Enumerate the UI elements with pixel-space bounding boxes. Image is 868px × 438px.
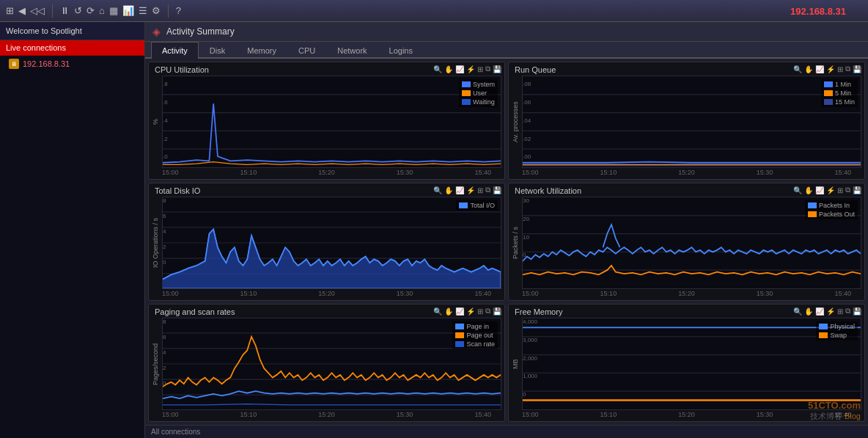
tab-logins[interactable]: Logins — [378, 42, 424, 59]
zoom-icon-rq[interactable]: 🔍 — [793, 65, 802, 73]
sidebar-section: Live connections — [0, 40, 144, 56]
chart-runqueue: Run Queue 🔍 ✋ 📈 ⚡ ⊞ ⧉ 💾 Av. processes 1 … — [508, 62, 865, 180]
legend-swap: Swap — [819, 332, 855, 339]
save-icon[interactable]: 💾 — [493, 65, 501, 73]
chart-memory-xaxis: 15:0015:1015:2015:3015:40 — [512, 410, 861, 418]
legend-5min: 5 Min — [824, 90, 855, 97]
grid-icon-mem[interactable]: ⊞ — [837, 307, 843, 315]
toolbar-icon-list[interactable]: ☰ — [139, 5, 147, 16]
chart-runqueue-xaxis: 15:0015:1015:2015:3015:40 — [512, 168, 861, 176]
legend-pageout: Page out — [455, 332, 495, 339]
statusbar-text: All connections — [151, 428, 200, 436]
line-icon-mem[interactable]: 📈 — [815, 307, 824, 315]
zoom-icon-mem[interactable]: 🔍 — [793, 307, 802, 315]
main-container: Welcome to Spotlight Live connections 🖥 … — [0, 22, 868, 438]
chart-cpu-xaxis: 15:0015:1015:2015:3015:40 — [152, 168, 501, 176]
zoom-icon-pg[interactable]: 🔍 — [433, 307, 442, 315]
filter-icon-pg[interactable]: ⚡ — [466, 307, 475, 315]
chart-paging: Paging and scan rates 🔍 ✋ 📈 ⚡ ⊞ ⧉ 💾 Page… — [148, 304, 505, 422]
tabs-bar: Activity Disk Memory CPU Network Logins — [145, 42, 868, 59]
chart-memory-toolbar: 🔍 ✋ 📈 ⚡ ⊞ ⧉ 💾 — [793, 307, 861, 315]
grid-icon[interactable]: ⊞ — [477, 65, 483, 73]
line-icon-pg[interactable]: 📈 — [455, 307, 464, 315]
chart-runqueue-body: Av. processes 1 Min 5 Min 15 Min — [512, 76, 861, 168]
line-icon-di[interactable]: 📈 — [455, 186, 464, 194]
tab-disk[interactable]: Disk — [199, 42, 236, 59]
zoom-icon-net[interactable]: 🔍 — [793, 186, 802, 194]
copy-icon-mem[interactable]: ⧉ — [845, 307, 850, 315]
grid-icon-pg[interactable]: ⊞ — [477, 307, 483, 315]
filter-icon-di[interactable]: ⚡ — [466, 186, 475, 194]
toolbar-icon-bar[interactable]: ▦ — [109, 5, 118, 16]
save-icon-mem[interactable]: 💾 — [853, 307, 861, 315]
tab-cpu[interactable]: CPU — [287, 42, 326, 59]
chart-memory: Free Memory 🔍 ✋ 📈 ⚡ ⊞ ⧉ 💾 MB Physical — [508, 304, 865, 422]
chart-paging-xaxis: 15:0015:1015:2015:3015:40 — [152, 410, 501, 418]
hand-icon-mem[interactable]: ✋ — [804, 307, 813, 315]
toolbar-icon-chart[interactable]: 📊 — [122, 5, 134, 16]
copy-icon[interactable]: ⧉ — [485, 65, 490, 73]
grid-icon-di[interactable]: ⊞ — [477, 186, 483, 194]
filter-icon-mem[interactable]: ⚡ — [826, 307, 835, 315]
zoom-icon[interactable]: 🔍 — [433, 65, 442, 73]
chart-mem-svg — [523, 318, 861, 409]
tab-activity[interactable]: Activity — [151, 42, 199, 59]
chart-paging-toolbar: 🔍 ✋ 📈 ⚡ ⊞ ⧉ 💾 — [433, 307, 501, 315]
hand-icon-net[interactable]: ✋ — [804, 186, 813, 194]
chart-network-legend: Packets In Packets Out — [805, 200, 858, 219]
legend-1min: 1 Min — [824, 81, 855, 88]
copy-icon-rq[interactable]: ⧉ — [845, 65, 850, 73]
chart-diskio-ylabel: IO Operations / s — [152, 197, 162, 289]
save-icon-di[interactable]: 💾 — [493, 186, 501, 194]
toolbar-sep-2 — [168, 4, 169, 18]
hand-icon[interactable]: ✋ — [444, 65, 453, 73]
tab-memory[interactable]: Memory — [236, 42, 287, 59]
hand-icon-di[interactable]: ✋ — [444, 186, 453, 194]
sidebar-header: Welcome to Spotlight — [0, 22, 144, 40]
toolbar-icon-refresh[interactable]: ↺ — [74, 5, 82, 16]
content-area: ◈ Activity Summary Activity Disk Memory … — [145, 22, 868, 438]
copy-icon-pg[interactable]: ⧉ — [485, 307, 490, 315]
save-icon-net[interactable]: 💾 — [853, 186, 861, 194]
chart-paging-legend: Page in Page out Scan rate — [452, 321, 498, 349]
chart-paging-body: Pages/second Page in Page out Scan rate — [152, 318, 501, 410]
sidebar-server-label: 192.168.8.31 — [23, 59, 70, 68]
line-icon[interactable]: 📈 — [455, 65, 464, 73]
chart-memory-legend: Physical Swap — [816, 321, 858, 340]
filter-icon-rq[interactable]: ⚡ — [826, 65, 835, 73]
chart-runqueue-ylabel: Av. processes — [512, 76, 522, 168]
save-icon-pg[interactable]: 💾 — [493, 307, 501, 315]
toolbar-sep-1 — [52, 4, 53, 18]
toolbar-icon-back2[interactable]: ◁◁ — [30, 5, 45, 16]
hand-icon-rq[interactable]: ✋ — [804, 65, 813, 73]
legend-pktout: Packets Out — [808, 211, 855, 218]
toolbar-icon-back[interactable]: ◀ — [18, 5, 26, 16]
save-icon-rq[interactable]: 💾 — [853, 65, 861, 73]
filter-icon[interactable]: ⚡ — [466, 65, 475, 73]
chart-runqueue-legend: 1 Min 5 Min 15 Min — [821, 79, 858, 107]
tab-network[interactable]: Network — [326, 42, 378, 59]
statusbar: All connections — [145, 425, 868, 438]
toolbar-icon-refresh2[interactable]: ⟳ — [87, 5, 95, 16]
copy-icon-net[interactable]: ⧉ — [845, 186, 850, 194]
line-icon-net[interactable]: 📈 — [815, 186, 824, 194]
grid-icon-rq[interactable]: ⊞ — [837, 65, 843, 73]
copy-icon-di[interactable]: ⧉ — [485, 186, 490, 194]
legend-system: System — [462, 81, 495, 88]
chart-cpu-ylabel: % — [152, 76, 162, 168]
toolbar-icon-pause[interactable]: ⏸ — [60, 5, 70, 16]
line-icon-rq[interactable]: 📈 — [815, 65, 824, 73]
hand-icon-pg[interactable]: ✋ — [444, 307, 453, 315]
toolbar-icon-home[interactable]: ⊞ — [6, 5, 14, 16]
toolbar-icon-config[interactable]: ⚙ — [152, 5, 161, 16]
toolbar-icon-home2[interactable]: ⌂ — [99, 5, 105, 16]
chart-cpu-area: System User Waiting — [162, 76, 501, 168]
grid-icon-net[interactable]: ⊞ — [837, 186, 843, 194]
chart-cpu-toolbar: 🔍 ✋ 📈 ⚡ ⊞ ⧉ 💾 — [433, 65, 501, 73]
chart-memory-body: MB Physical Swap — [512, 318, 861, 410]
sidebar-item-server[interactable]: 🖥 192.168.8.31 — [0, 56, 144, 72]
chart-network-toolbar: 🔍 ✋ 📈 ⚡ ⊞ ⧉ 💾 — [793, 186, 861, 194]
filter-icon-net[interactable]: ⚡ — [826, 186, 835, 194]
zoom-icon-di[interactable]: 🔍 — [433, 186, 442, 194]
toolbar-icon-help[interactable]: ? — [176, 5, 181, 16]
